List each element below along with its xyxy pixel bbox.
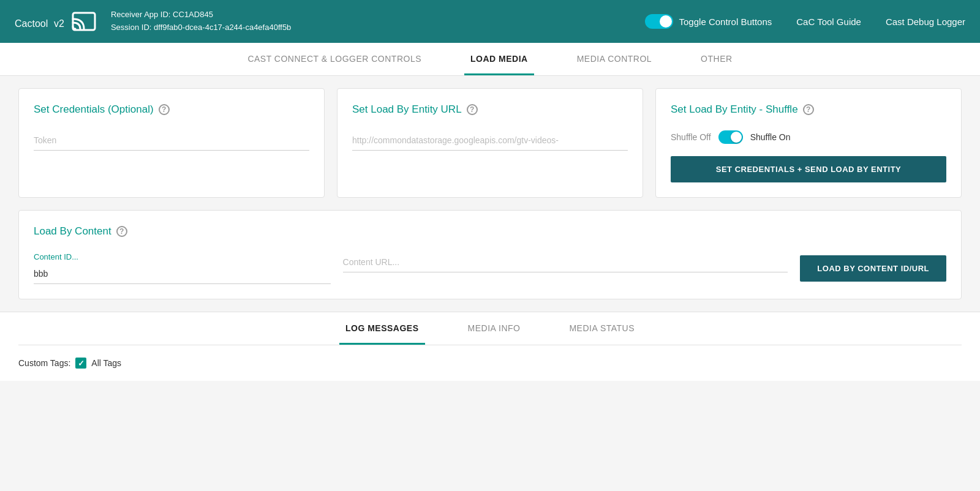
load-by-entity-shuffle-card: Set Load By Entity - Shuffle ? Shuffle O… xyxy=(655,88,962,198)
content-inputs-row: Content ID... LOAD BY CONTENT ID/URL xyxy=(34,252,946,284)
set-credentials-send-load-entity-button[interactable]: SET CREDENTIALS + SEND LOAD BY ENTITY xyxy=(671,156,946,182)
load-entity-shuffle-title-text: Set Load By Entity - Shuffle xyxy=(671,103,798,116)
load-by-content-card: Load By Content ? Content ID... LOAD BY … xyxy=(18,210,962,299)
load-by-entity-url-title: Set Load By Entity URL ? xyxy=(352,103,628,116)
main-tabs: CAST CONNECT & LOGGER CONTROLS LOAD MEDI… xyxy=(0,43,980,76)
load-by-content-id-url-button[interactable]: LOAD BY CONTENT ID/URL xyxy=(800,255,946,282)
credentials-title-text: Set Credentials (Optional) xyxy=(34,103,154,116)
logo-area: Cactool v2 xyxy=(15,12,96,31)
toggle-control-button[interactable] xyxy=(645,14,673,29)
content-url-area xyxy=(343,252,788,272)
tab-media-status[interactable]: MEDIA STATUS xyxy=(563,312,641,345)
content-id-label: Content ID... xyxy=(34,252,331,261)
credentials-card-title: Set Credentials (Optional) ? xyxy=(34,103,309,116)
tab-cast-connect[interactable]: CAST CONNECT & LOGGER CONTROLS xyxy=(241,43,428,75)
cast-icon xyxy=(72,12,96,31)
content-url-input[interactable] xyxy=(343,252,788,272)
custom-tags-label: Custom Tags: xyxy=(18,358,70,368)
shuffle-toggle-area: Shuffle Off Shuffle On xyxy=(671,130,946,144)
receiver-app-id: CC1AD845 xyxy=(173,10,213,19)
session-id-line: Session ID: dff9fab0-dcea-4c17-a244-ca4e… xyxy=(111,21,645,34)
load-entity-shuffle-help-icon[interactable]: ? xyxy=(803,104,814,115)
load-by-entity-shuffle-title: Set Load By Entity - Shuffle ? xyxy=(671,103,946,116)
log-content: Custom Tags: All Tags xyxy=(18,345,962,381)
token-input[interactable] xyxy=(34,130,309,151)
app-header: Cactool v2 Receiver App ID: CC1AD845 Ses… xyxy=(0,0,980,43)
session-info: Receiver App ID: CC1AD845 Session ID: df… xyxy=(111,9,645,34)
all-tags-label: All Tags xyxy=(91,358,121,368)
tab-media-control[interactable]: MEDIA CONTROL xyxy=(571,43,658,75)
cac-tool-guide-link[interactable]: CaC Tool Guide xyxy=(796,17,861,27)
logo-name: Cactool xyxy=(15,18,48,29)
toggle-control-label: Toggle Control Buttons xyxy=(679,17,772,27)
load-by-content-title: Load By Content ? xyxy=(34,225,946,238)
shuffle-off-label: Shuffle Off xyxy=(671,132,711,142)
logo-version: v2 xyxy=(54,18,64,29)
cards-row: Set Credentials (Optional) ? Set Load By… xyxy=(18,88,962,198)
cast-debug-logger-link[interactable]: Cast Debug Logger xyxy=(886,17,965,27)
tab-other[interactable]: OTHER xyxy=(695,43,739,75)
session-label: Session ID: xyxy=(111,23,151,32)
content-id-input[interactable] xyxy=(34,264,331,284)
load-entity-url-title-text: Set Load By Entity URL xyxy=(352,103,462,116)
content-id-area: Content ID... xyxy=(34,252,331,284)
shuffle-toggle[interactable] xyxy=(718,130,743,144)
credentials-help-icon[interactable]: ? xyxy=(159,104,170,115)
logo-text: Cactool v2 xyxy=(15,12,64,31)
shuffle-on-label: Shuffle On xyxy=(750,132,791,142)
main-content: Set Credentials (Optional) ? Set Load By… xyxy=(0,76,980,393)
entity-url-input[interactable] xyxy=(352,130,628,151)
tab-load-media[interactable]: LOAD MEDIA xyxy=(464,43,534,75)
header-nav: CaC Tool Guide Cast Debug Logger xyxy=(796,17,965,27)
custom-tags-row: Custom Tags: All Tags xyxy=(18,358,962,369)
toggle-control-area: Toggle Control Buttons xyxy=(645,14,772,29)
all-tags-checkbox[interactable] xyxy=(75,358,86,369)
load-by-content-title-text: Load By Content xyxy=(34,225,111,238)
tab-log-messages[interactable]: LOG MESSAGES xyxy=(339,312,425,345)
load-by-content-help-icon[interactable]: ? xyxy=(116,226,127,237)
session-id: dff9fab0-dcea-4c17-a244-ca4efa40ff5b xyxy=(154,23,291,32)
receiver-app-line: Receiver App ID: CC1AD845 xyxy=(111,9,645,21)
lower-section: LOG MESSAGES MEDIA INFO MEDIA STATUS Cus… xyxy=(0,312,980,381)
tab-media-info[interactable]: MEDIA INFO xyxy=(462,312,527,345)
load-by-entity-url-card: Set Load By Entity URL ? xyxy=(337,88,643,198)
load-entity-url-help-icon[interactable]: ? xyxy=(467,104,478,115)
lower-tabs: LOG MESSAGES MEDIA INFO MEDIA STATUS xyxy=(18,312,962,345)
receiver-app-label: Receiver App ID: xyxy=(111,10,171,19)
credentials-card: Set Credentials (Optional) ? xyxy=(18,88,325,198)
